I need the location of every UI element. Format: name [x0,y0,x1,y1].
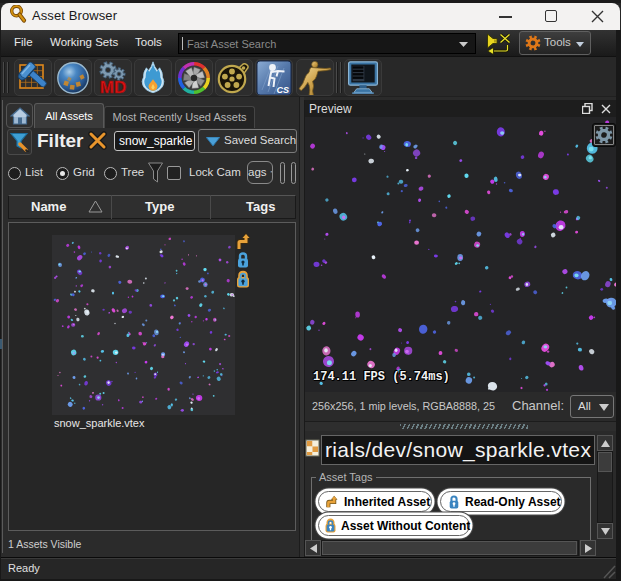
svg-text:MD: MD [100,78,126,95]
svg-text:CS: CS [276,85,289,95]
